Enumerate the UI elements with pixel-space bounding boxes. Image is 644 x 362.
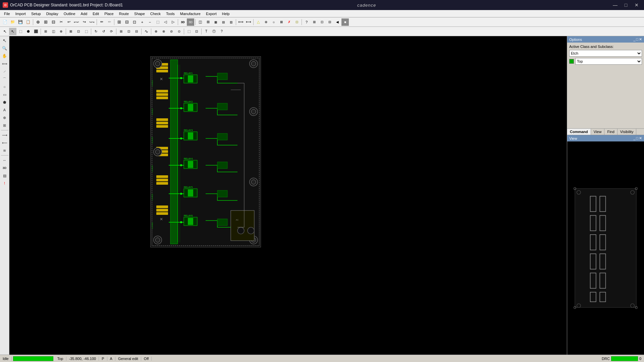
ls-stack[interactable]: ▤ [1, 172, 8, 179]
tb-zoom-prev[interactable]: ◁ [162, 18, 169, 26]
ls-select[interactable]: ↖ [1, 37, 8, 44]
tb-undo2[interactable]: ↩↩ [73, 18, 80, 26]
tb-open[interactable]: 📁 [9, 18, 16, 26]
tb-save[interactable]: 💾 [17, 18, 24, 26]
tb2-comp2[interactable]: ⊕ [152, 28, 160, 35]
tb-back[interactable]: ◀ [334, 18, 341, 26]
menu-display[interactable]: Display [44, 11, 61, 16]
tb-chip4[interactable]: ▤ [220, 18, 227, 26]
minimize-button[interactable]: — [610, 2, 620, 8]
tb-3d[interactable]: 3D [179, 18, 186, 26]
tb-redo[interactable]: ↪ [80, 18, 88, 26]
ls-arc[interactable]: ⌒ [1, 75, 8, 83]
tb-library[interactable]: ⊞ [311, 18, 318, 26]
tb-chip[interactable]: ◫ [197, 18, 204, 26]
ls-route1[interactable]: ⟶ [1, 131, 8, 139]
tb-chip3[interactable]: ▦ [212, 18, 219, 26]
tb-3d2[interactable]: 3D [187, 18, 194, 26]
close-button[interactable]: ✕ [632, 2, 641, 8]
tb-chip2[interactable]: ⊞ [204, 18, 212, 26]
ls-zoom[interactable]: 🔍 [1, 45, 8, 52]
ls-net[interactable]: ≋ [1, 147, 8, 154]
tb-grid2[interactable]: ⊟ [123, 18, 130, 26]
ls-drc[interactable]: ! [1, 180, 8, 187]
menu-place[interactable]: Place [102, 11, 116, 16]
tb-zoom-in[interactable]: + [139, 18, 146, 26]
tb-pencil2[interactable]: ✏ [106, 18, 113, 26]
view-canvas[interactable] [567, 141, 644, 355]
tb-help[interactable]: ? [303, 18, 310, 26]
tb-check3[interactable]: ☼ [270, 18, 277, 26]
tab-find[interactable]: Find [604, 129, 617, 135]
tb-new[interactable]: 📄 [1, 18, 9, 26]
tb-check1[interactable]: △ [255, 18, 262, 26]
tb-snap2[interactable]: ⊞ [42, 18, 49, 26]
tb2-text[interactable]: T [203, 28, 210, 35]
tb2-drc1[interactable]: ⊞ [117, 28, 125, 35]
menu-tools[interactable]: Tools [163, 11, 177, 16]
ls-ruler[interactable]: ↔ [1, 157, 8, 164]
tb-measure[interactable]: ⟺ [237, 18, 245, 26]
tb2-drc3[interactable]: ⊟ [133, 28, 140, 35]
menu-route[interactable]: Route [116, 11, 131, 16]
menu-export[interactable]: Export [203, 11, 219, 16]
tb-chip5[interactable]: ▥ [227, 18, 235, 26]
tb-fwd[interactable]: ■ [341, 18, 349, 26]
tb2-box[interactable]: ⬚ [17, 28, 24, 35]
tb2-spin3[interactable]: ⟳ [108, 28, 115, 35]
tb-measure2[interactable]: ⟷ [245, 18, 252, 26]
tb-drc2[interactable]: ⊡ [293, 18, 301, 26]
ls-wire[interactable]: ⟋ [1, 68, 8, 75]
tb-zoom-box[interactable]: ⬚ [154, 18, 161, 26]
tb-snap[interactable]: ⊕ [34, 18, 42, 26]
tb-zoom-fit[interactable]: ⊡ [131, 18, 138, 26]
ls-measure[interactable]: ⟺ [1, 60, 8, 67]
tb-cut[interactable]: ✂ [57, 18, 65, 26]
tb2-net1[interactable]: ⬚ [185, 28, 193, 35]
tab-view[interactable]: View [591, 129, 605, 135]
ls-rect[interactable]: ▭ [1, 91, 8, 98]
tb-check2[interactable]: ⊛ [262, 18, 270, 26]
tb2-via[interactable]: ⊕ [57, 28, 65, 35]
tb-drc[interactable]: ✗ [285, 18, 293, 26]
tb2-drc2[interactable]: ⊡ [125, 28, 132, 35]
tb2-select2[interactable]: ↖ [9, 28, 16, 35]
maximize-button[interactable]: □ [621, 2, 631, 8]
options-float[interactable]: □ [636, 37, 638, 42]
ls-hand[interactable]: ✋ [1, 52, 8, 60]
tb2-comp4[interactable]: ⊘ [168, 28, 175, 35]
canvas-area[interactable]: RELAY1 RELAY2 RELAY3 RELAY4 RELAY5 RELAY… [9, 36, 567, 355]
tb-undo[interactable]: ↩ [65, 18, 72, 26]
menu-check[interactable]: Check [148, 11, 163, 16]
tab-command[interactable]: Command [567, 129, 591, 135]
tb-redo2[interactable]: ↪↪ [88, 18, 96, 26]
tb-zoom-next[interactable]: ▷ [169, 18, 177, 26]
view-float[interactable]: □ [636, 136, 638, 140]
menu-manufacture[interactable]: Manufacture [177, 11, 203, 16]
tb-saveas[interactable]: 📋 [24, 18, 32, 26]
menu-import[interactable]: Import [13, 11, 29, 16]
tb2-route2[interactable]: ◫ [50, 28, 57, 35]
tb2-refdes2[interactable]: ⊡ [75, 28, 82, 35]
menu-edit[interactable]: Edit [90, 11, 102, 16]
tb-grid[interactable]: ⊞ [115, 18, 123, 26]
ls-circle[interactable]: ○ [1, 83, 8, 90]
tb2-spin[interactable]: ↻ [92, 28, 100, 35]
tb2-route[interactable]: ⊞ [42, 28, 49, 35]
tb-check4[interactable]: ⊠ [278, 18, 285, 26]
tb2-poly[interactable]: ⬟ [24, 28, 32, 35]
menu-help[interactable]: Help [219, 11, 232, 16]
tab-visibility[interactable]: Visibility [618, 129, 637, 135]
ls-component[interactable]: ⊞ [1, 122, 8, 129]
options-minimize[interactable]: _ [633, 37, 635, 42]
tb2-sym[interactable]: ? [218, 28, 225, 35]
tb2-comp3[interactable]: ⊗ [160, 28, 167, 35]
tb2-all[interactable]: ⬛ [32, 28, 40, 35]
tb-lib2[interactable]: ⊡ [318, 18, 326, 26]
tb2-sig[interactable]: ∿ [143, 28, 150, 35]
tb2-net2[interactable]: ⊡ [193, 28, 200, 35]
ls-poly[interactable]: ⬟ [1, 99, 8, 106]
class-select[interactable]: Etch [569, 50, 642, 57]
tb2-comp5[interactable]: ⊙ [175, 28, 183, 35]
tb-snap3[interactable]: ⊟ [50, 18, 57, 26]
